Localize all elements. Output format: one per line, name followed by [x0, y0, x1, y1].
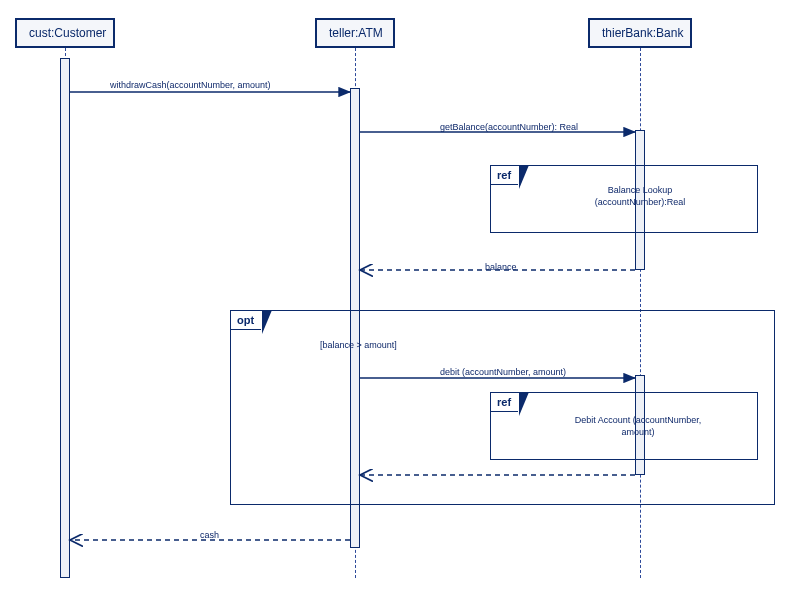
ref2-text: Debit Account (accountNumber,amount): [548, 415, 728, 438]
fragment-ref-1-label: ref: [490, 165, 519, 185]
lifeline-head-teller: teller:ATM: [315, 18, 395, 48]
ref-label-text: ref: [497, 169, 511, 181]
msg-withdraw: withdrawCash(accountNumber, amount): [110, 80, 271, 90]
activation-cust: [60, 58, 70, 578]
arrows-layer: [0, 0, 790, 600]
ref1-text: Balance Lookup(accountNumber):Real: [560, 185, 720, 208]
fragment-opt-label: opt: [230, 310, 262, 330]
opt-guard: [balance > amount]: [320, 340, 397, 350]
msg-balance: balance: [485, 262, 517, 272]
msg-getbalance: getBalance(accountNumber): Real: [440, 122, 578, 132]
opt-label-text: opt: [237, 314, 254, 326]
lifeline-head-cust: cust:Customer: [15, 18, 115, 48]
lifeline-head-bank: thierBank:Bank: [588, 18, 692, 48]
ref2-label-text: ref: [497, 396, 511, 408]
msg-cash: cash: [200, 530, 219, 540]
sequence-diagram: cust:Customer teller:ATM thierBank:Bank …: [0, 0, 790, 600]
fragment-ref-2-label: ref: [490, 392, 519, 412]
msg-debit: debit (accountNumber, amount): [440, 367, 566, 377]
